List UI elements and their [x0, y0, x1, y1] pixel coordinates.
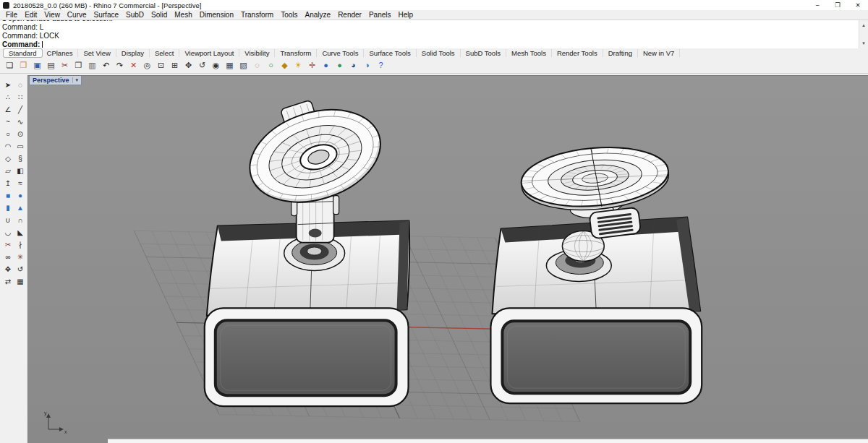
menu-transform[interactable]: Transform [237, 11, 277, 19]
menu-file[interactable]: File [2, 11, 21, 19]
toolbar-tab-mesh-tools[interactable]: Mesh Tools [506, 49, 552, 57]
menu-tools[interactable]: Tools [277, 11, 301, 19]
toolbar-tab-viewport-layout[interactable]: Viewport Layout [179, 49, 239, 57]
suction-disc-right[interactable] [519, 142, 671, 215]
menu-mesh[interactable]: Mesh [171, 11, 195, 19]
select-pointer-icon[interactable]: ➤ [2, 79, 14, 91]
loft-icon[interactable]: ≈ [14, 178, 26, 189]
layer-state-icon[interactable]: ☀ [292, 59, 305, 72]
boolean-difference-icon[interactable]: ∩ [14, 215, 26, 226]
toolbar-tab-standard[interactable]: Standard [4, 49, 42, 57]
grille-block[interactable] [589, 207, 641, 239]
raytraced-view-icon[interactable]: ◑ [360, 59, 374, 72]
model-left-dashcam[interactable] [205, 83, 409, 406]
menu-analyze[interactable]: Analyze [302, 11, 335, 19]
suction-disc-left[interactable] [234, 83, 393, 218]
open-file-icon[interactable]: ❒ [17, 59, 30, 72]
cylinder-icon[interactable]: ▮ [2, 202, 14, 214]
menu-curve[interactable]: Curve [64, 11, 90, 19]
cone-icon[interactable]: ▲ [14, 202, 26, 214]
toolbar-tab-curve-tools[interactable]: Curve Tools [317, 49, 364, 57]
menu-dimension[interactable]: Dimension [196, 11, 237, 19]
circle-icon[interactable]: ○ [2, 129, 14, 140]
arc-icon[interactable]: ◠ [2, 141, 14, 152]
toolbar-tab-solid-tools[interactable]: Solid Tools [417, 49, 461, 57]
ellipse-icon[interactable]: ⊙ [14, 129, 26, 140]
toolbar-tab-render-tools[interactable]: Render Tools [552, 49, 603, 57]
new-file-icon[interactable]: ❏ [3, 59, 17, 72]
model-right-dashcam[interactable] [490, 142, 702, 403]
viewport-title-tab[interactable]: Perspective ▾ [29, 76, 82, 85]
menu-surface[interactable]: Surface [90, 11, 122, 19]
zoom-selected-icon[interactable]: ◉ [209, 59, 223, 72]
point-cloud-icon[interactable]: ∷ [14, 92, 26, 103]
zoom-dynamic-icon[interactable]: ◎ [140, 59, 154, 72]
rectangle-icon[interactable]: ▭ [14, 141, 26, 152]
polygon-icon[interactable]: ◇ [2, 153, 14, 165]
help-icon[interactable]: ? [374, 59, 388, 72]
lock-objects-icon[interactable]: ◆ [278, 59, 292, 72]
toolbar-tab-new-in-v7[interactable]: New in V7 [638, 49, 680, 57]
toolbar-tab-display[interactable]: Display [116, 49, 150, 57]
restore-button[interactable]: ❐ [827, 0, 848, 10]
trim-icon[interactable]: ✂ [2, 239, 14, 251]
boolean-union-icon[interactable]: ∪ [2, 215, 14, 226]
hide-objects-icon[interactable]: ◌ [250, 59, 264, 72]
toolbar-tab-subd-tools[interactable]: SubD Tools [461, 49, 506, 57]
fillet-icon[interactable]: ◡ [2, 227, 14, 238]
toolbar-tab-set-view[interactable]: Set View [78, 49, 116, 57]
toolbar-tab-select[interactable]: Select [150, 49, 179, 57]
toolbar-tab-drafting[interactable]: Drafting [603, 49, 638, 57]
pan-view-icon[interactable]: ✥ [182, 59, 195, 72]
helix-icon[interactable]: § [14, 153, 26, 165]
rotate-view-icon[interactable]: ↺ [195, 59, 209, 72]
menu-help[interactable]: Help [395, 11, 417, 19]
scroll-down-icon[interactable]: ▼ [861, 39, 866, 48]
select-brush-icon[interactable]: ◌ [14, 79, 26, 91]
zoom-extents-icon[interactable]: ⊞ [168, 59, 182, 72]
menu-solid[interactable]: Solid [148, 11, 171, 19]
command-scrollbar[interactable]: ▲ ▼ [859, 20, 868, 48]
join-icon[interactable]: ∞ [2, 251, 14, 263]
toolbar-tab-cplanes[interactable]: CPlanes [42, 49, 79, 57]
viewport-perspective[interactable]: y x Perspective ▾ [27, 75, 868, 443]
scroll-up-icon[interactable]: ▲ [861, 21, 866, 30]
move-icon[interactable]: ✥ [2, 264, 14, 275]
toolbar-tab-surface-tools[interactable]: Surface Tools [364, 49, 416, 57]
zoom-window-icon[interactable]: ⊡ [154, 59, 168, 72]
named-views-icon[interactable]: ▦ [223, 59, 237, 72]
print-icon[interactable]: ▤ [44, 59, 58, 72]
box-icon[interactable]: ■ [2, 190, 14, 202]
render-icon[interactable]: ● [319, 59, 333, 72]
extrude-icon[interactable]: ↥ [2, 178, 14, 189]
menu-view[interactable]: View [41, 11, 64, 19]
menu-panels[interactable]: Panels [365, 11, 395, 19]
point-icon[interactable]: ∴ [2, 92, 14, 103]
object-snap-icon[interactable]: ✛ [305, 59, 319, 72]
minimize-button[interactable]: – [807, 0, 827, 10]
cut-icon[interactable]: ✂ [58, 59, 72, 72]
polyline-icon[interactable]: ∠ [2, 104, 14, 116]
curve-icon[interactable]: ~ [2, 116, 14, 128]
handle-curve-icon[interactable]: ∿ [14, 116, 26, 128]
chevron-down-icon[interactable]: ▾ [72, 77, 79, 83]
sphere-icon[interactable]: ● [14, 190, 26, 202]
rendered-view-icon[interactable]: ◕ [346, 59, 360, 72]
set-cplane-icon[interactable]: ▧ [237, 59, 250, 72]
copy-icon[interactable]: ❐ [72, 59, 85, 72]
array-icon[interactable]: ▦ [14, 276, 26, 288]
split-icon[interactable]: ∤ [14, 239, 26, 251]
toolbar-tab-visibility[interactable]: Visibility [239, 49, 275, 57]
viewport-canvas[interactable]: y x [28, 76, 868, 443]
command-area[interactable]: 1 open surface added to selection.Comman… [0, 20, 868, 49]
show-objects-icon[interactable]: ○ [264, 59, 278, 72]
menu-subd[interactable]: SubD [122, 11, 148, 19]
undo-icon[interactable]: ↶ [99, 59, 113, 72]
paste-icon[interactable]: ▥ [85, 59, 99, 72]
shaded-view-icon[interactable]: ● [333, 59, 346, 72]
redo-icon[interactable]: ↷ [113, 59, 127, 72]
toolbar-tab-transform[interactable]: Transform [275, 49, 317, 57]
close-button[interactable]: ✕ [848, 0, 868, 10]
menu-render[interactable]: Render [334, 11, 365, 19]
chamfer-icon[interactable]: ◣ [14, 227, 26, 238]
